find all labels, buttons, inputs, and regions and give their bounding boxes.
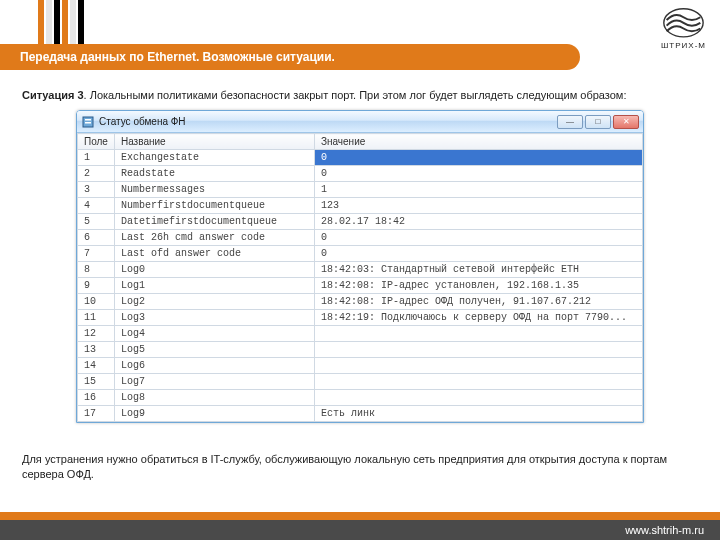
cell-index: 3 <box>78 182 115 198</box>
cell-value: 0 <box>314 246 642 262</box>
brand-logo: ШТРИХ-М <box>661 6 706 50</box>
svg-rect-3 <box>85 122 91 124</box>
footer-accent <box>0 512 720 520</box>
decorative-stripes <box>38 0 84 44</box>
cell-value <box>314 342 642 358</box>
table-row[interactable]: 3Numbermessages1 <box>78 182 643 198</box>
situation-label: Ситуация 3 <box>22 89 84 101</box>
cell-name: Exchangestate <box>114 150 314 166</box>
cell-index: 8 <box>78 262 115 278</box>
cell-index: 16 <box>78 390 115 406</box>
table-row[interactable]: 12Log4 <box>78 326 643 342</box>
cell-name: Numberfirstdocumentqueue <box>114 198 314 214</box>
cell-value: 18:42:08: IP-адрес установлен, 192.168.1… <box>314 278 642 294</box>
cell-index: 2 <box>78 166 115 182</box>
svg-rect-2 <box>85 119 91 121</box>
brand-name: ШТРИХ-М <box>661 41 706 50</box>
cell-name: Last 26h cmd answer code <box>114 230 314 246</box>
cell-value <box>314 374 642 390</box>
cell-index: 14 <box>78 358 115 374</box>
col-header-value[interactable]: Значение <box>314 134 642 150</box>
table-row[interactable]: 10Log218:42:08: IP-адрес ОФД получен, 91… <box>78 294 643 310</box>
cell-index: 7 <box>78 246 115 262</box>
table-row[interactable]: 16Log8 <box>78 390 643 406</box>
cell-value: 18:42:19: Подключаюсь к серверу ОФД на п… <box>314 310 642 326</box>
cell-index: 15 <box>78 374 115 390</box>
col-header-name[interactable]: Название <box>114 134 314 150</box>
cell-name: Log0 <box>114 262 314 278</box>
table-row[interactable]: 13Log5 <box>78 342 643 358</box>
cell-index: 11 <box>78 310 115 326</box>
cell-value: 0 <box>314 166 642 182</box>
cell-value: 1 <box>314 182 642 198</box>
table-row[interactable]: 17Log9Есть линк <box>78 406 643 422</box>
col-header-field[interactable]: Поле <box>78 134 115 150</box>
cell-value <box>314 358 642 374</box>
table-row[interactable]: 14Log6 <box>78 358 643 374</box>
cell-name: Log3 <box>114 310 314 326</box>
cell-name: Log2 <box>114 294 314 310</box>
cell-value <box>314 390 642 406</box>
table-row[interactable]: 8Log018:42:03: Стандартный сетевой интер… <box>78 262 643 278</box>
zebra-icon <box>661 6 706 40</box>
cell-index: 6 <box>78 230 115 246</box>
minimize-button[interactable]: — <box>557 115 583 129</box>
section-title-bar: Передача данных по Ethernet. Возможные с… <box>0 44 580 70</box>
table-row[interactable]: 11Log318:42:19: Подключаюсь к серверу ОФ… <box>78 310 643 326</box>
cell-index: 10 <box>78 294 115 310</box>
cell-name: Datetimefirstdocumentqueue <box>114 214 314 230</box>
cell-name: Numbermessages <box>114 182 314 198</box>
cell-index: 5 <box>78 214 115 230</box>
table-row[interactable]: 7Last ofd answer code0 <box>78 246 643 262</box>
status-window: Статус обмена ФН — □ ✕ Поле Название Зна… <box>76 110 644 423</box>
footer-bar: www.shtrih-m.ru <box>0 520 720 540</box>
cell-index: 1 <box>78 150 115 166</box>
table-row[interactable]: 6Last 26h cmd answer code0 <box>78 230 643 246</box>
cell-value: 18:42:08: IP-адрес ОФД получен, 91.107.6… <box>314 294 642 310</box>
cell-name: Log5 <box>114 342 314 358</box>
close-button[interactable]: ✕ <box>613 115 639 129</box>
table-row[interactable]: 4Numberfirstdocumentqueue123 <box>78 198 643 214</box>
cell-name: Log9 <box>114 406 314 422</box>
table-header-row: Поле Название Значение <box>78 134 643 150</box>
table-row[interactable]: 5Datetimefirstdocumentqueue28.02.17 18:4… <box>78 214 643 230</box>
cell-name: Log4 <box>114 326 314 342</box>
cell-value: Есть линк <box>314 406 642 422</box>
situation-desc: . Локальными политиками безопасности зак… <box>84 89 627 101</box>
footnote-text: Для устранения нужно обратиться в IT-слу… <box>22 452 698 482</box>
cell-name: Log6 <box>114 358 314 374</box>
footer-url: www.shtrih-m.ru <box>625 524 704 536</box>
cell-name: Log8 <box>114 390 314 406</box>
cell-index: 12 <box>78 326 115 342</box>
cell-index: 17 <box>78 406 115 422</box>
section-title: Передача данных по Ethernet. Возможные с… <box>20 50 335 64</box>
cell-name: Log7 <box>114 374 314 390</box>
window-title: Статус обмена ФН <box>99 116 557 127</box>
table-row[interactable]: 1Exchangestate0 <box>78 150 643 166</box>
cell-value <box>314 326 642 342</box>
cell-name: Readstate <box>114 166 314 182</box>
cell-value: 0 <box>314 230 642 246</box>
cell-value: 28.02.17 18:42 <box>314 214 642 230</box>
cell-value: 123 <box>314 198 642 214</box>
cell-index: 9 <box>78 278 115 294</box>
cell-index: 4 <box>78 198 115 214</box>
cell-value: 0 <box>314 150 642 166</box>
window-titlebar[interactable]: Статус обмена ФН — □ ✕ <box>77 111 643 133</box>
app-icon <box>81 115 95 129</box>
table-row[interactable]: 9Log118:42:08: IP-адрес установлен, 192.… <box>78 278 643 294</box>
table-row[interactable]: 2Readstate0 <box>78 166 643 182</box>
cell-name: Last ofd answer code <box>114 246 314 262</box>
table-row[interactable]: 15Log7 <box>78 374 643 390</box>
maximize-button[interactable]: □ <box>585 115 611 129</box>
cell-name: Log1 <box>114 278 314 294</box>
situation-text: Ситуация 3. Локальными политиками безопа… <box>22 88 698 103</box>
cell-value: 18:42:03: Стандартный сетевой интерфейс … <box>314 262 642 278</box>
cell-index: 13 <box>78 342 115 358</box>
status-table: Поле Название Значение 1Exchangestate02R… <box>77 133 643 422</box>
